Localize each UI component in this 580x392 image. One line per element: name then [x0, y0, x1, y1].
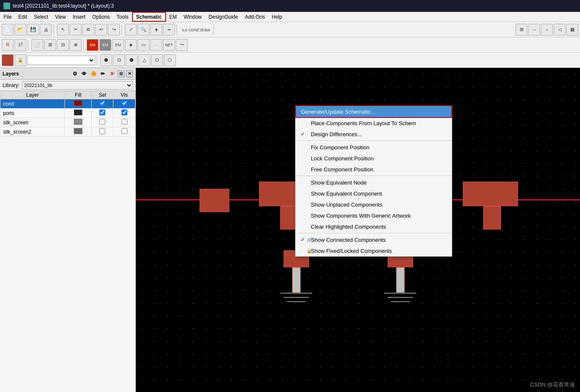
- line-5c: [287, 301, 306, 302]
- net-btn[interactable]: NET: [163, 39, 175, 51]
- layer-vis[interactable]: [113, 127, 135, 137]
- cut-btn[interactable]: ✂: [70, 24, 82, 36]
- tool-d[interactable]: △: [138, 54, 150, 66]
- fix-pos-label: Fix Component Position: [311, 144, 369, 151]
- open-btn[interactable]: 📂: [14, 24, 26, 36]
- layer-sel[interactable]: [91, 118, 113, 127]
- dropdown-show-fixed[interactable]: 🔒 Show Fixed/Locked Components: [296, 245, 452, 256]
- layers-edit-icon[interactable]: ✏: [99, 70, 107, 78]
- layer-sel[interactable]: [91, 99, 113, 109]
- app-icon: [3, 3, 10, 9]
- layers-del-icon[interactable]: ✕: [108, 70, 116, 78]
- pointer-btn[interactable]: ↖: [57, 24, 69, 36]
- menu-options[interactable]: Options: [89, 12, 113, 22]
- menu-tools[interactable]: Tools: [113, 12, 132, 22]
- show-equiv-comp-label: Show Equivalent Component: [311, 190, 382, 197]
- em-btn2[interactable]: EM: [99, 39, 111, 51]
- layer-vis[interactable]: [113, 99, 135, 109]
- dropdown-show-equiv-node[interactable]: Show Equivalent Node: [296, 177, 452, 188]
- circle-btn[interactable]: ○: [541, 24, 553, 36]
- dropdown-design-diff[interactable]: Design Differences...: [296, 129, 452, 140]
- layers-eye-icon[interactable]: 👁: [80, 70, 88, 78]
- menu-view[interactable]: View: [51, 12, 69, 22]
- dropdown-place[interactable]: Place Components From Layout To Schem: [296, 118, 452, 129]
- col-vis: Vis: [113, 91, 135, 99]
- layer-vis[interactable]: [113, 118, 135, 127]
- em-btn3[interactable]: EM: [112, 39, 124, 51]
- color-btn[interactable]: [2, 54, 14, 66]
- menu-window[interactable]: Window: [180, 12, 206, 22]
- zoom-out-btn[interactable]: −: [163, 24, 175, 36]
- wave-btn[interactable]: 〜: [176, 39, 188, 51]
- undo-btn[interactable]: ↩: [95, 24, 107, 36]
- comp-btn2[interactable]: ⊞: [44, 39, 56, 51]
- table-row[interactable]: ports: [0, 109, 135, 118]
- tool-f[interactable]: ⬡: [164, 54, 176, 66]
- canvas-area[interactable]: Generate/Update Schematic... Place Compo…: [136, 68, 580, 392]
- comp-btn3[interactable]: ⊟: [57, 39, 69, 51]
- layer-sel[interactable]: [91, 127, 113, 137]
- comp-btn4[interactable]: ⊕: [70, 39, 82, 51]
- dropdown-show-generic[interactable]: Show Components With Generic Artwork: [296, 210, 452, 221]
- num-btn[interactable]: 17: [14, 39, 26, 51]
- redo-btn[interactable]: ↪: [108, 24, 120, 36]
- save-btn[interactable]: 💾: [27, 24, 39, 36]
- layers-add-icon[interactable]: 🔶: [90, 70, 97, 78]
- layer-select[interactable]: [27, 56, 95, 65]
- rect-btn[interactable]: ▭: [138, 39, 149, 51]
- tool-a[interactable]: ⬢: [100, 54, 112, 66]
- menu-em[interactable]: EM: [166, 12, 180, 22]
- menu-addons[interactable]: Add-Ons: [242, 12, 268, 22]
- print-btn[interactable]: 🖨: [40, 24, 52, 36]
- menu-file[interactable]: File: [0, 12, 15, 22]
- table-row[interactable]: silk_screen: [0, 118, 135, 127]
- menu-edit[interactable]: Edit: [15, 12, 31, 22]
- em-btn1[interactable]: EM: [87, 39, 99, 51]
- panel-close-btn[interactable]: ✕: [126, 70, 133, 77]
- table-row[interactable]: cond: [0, 99, 135, 109]
- shape-btn[interactable]: ◈: [125, 39, 137, 51]
- arrow-right-btn[interactable]: →: [528, 24, 540, 36]
- menu-designguide[interactable]: DesignGuide: [205, 12, 241, 22]
- menu-schematic[interactable]: Schematic: [132, 12, 166, 22]
- dropdown-clear-highlighted[interactable]: Clear Highlighted Components: [296, 221, 452, 232]
- tool-b[interactable]: ⊡: [113, 54, 125, 66]
- new-btn[interactable]: 📄: [2, 24, 14, 36]
- layer-fill: [65, 127, 92, 137]
- dropdown-show-equiv-comp[interactable]: Show Equivalent Component: [296, 188, 452, 199]
- lock-btn[interactable]: 🔒: [14, 54, 26, 66]
- layers-icons: ⚙ 👁 🔶 ✏ ✕ ⊟ ✕: [71, 70, 133, 78]
- line-5b: [284, 297, 309, 298]
- grid-btn[interactable]: ▦: [566, 24, 578, 36]
- menu-select[interactable]: Select: [31, 12, 51, 22]
- r-btn[interactable]: R: [2, 39, 14, 51]
- dropdown-show-connected[interactable]: 🔗 Show Connected Components: [296, 234, 452, 245]
- back-btn[interactable]: ◁: [554, 24, 566, 36]
- dropdown-generate[interactable]: Generate/Update Schematic...: [296, 106, 451, 117]
- copy-btn[interactable]: ⧉: [82, 24, 94, 36]
- move-btn[interactable]: ⤢: [125, 24, 137, 36]
- dropdown-lock-pos[interactable]: Lock Component Position: [296, 153, 452, 164]
- tool-c[interactable]: ⬣: [126, 54, 138, 66]
- dropdown-fix-pos[interactable]: Fix Component Position: [296, 142, 452, 153]
- sep6: [83, 40, 85, 50]
- tool-e[interactable]: ⌬: [151, 54, 163, 66]
- menu-insert[interactable]: Insert: [69, 12, 89, 22]
- show-connected-label: Show Connected Components: [311, 237, 386, 243]
- layer-sel[interactable]: [91, 109, 113, 118]
- library-select[interactable]: 20221101_lib: [22, 81, 133, 90]
- layer-vis[interactable]: [113, 109, 135, 118]
- table-row[interactable]: silk_screen2: [0, 127, 135, 137]
- schematic-dropdown: Generate/Update Schematic... Place Compo…: [295, 105, 452, 257]
- dropdown-show-unplaced[interactable]: Show Unplaced Components: [296, 199, 452, 210]
- zoom-btn[interactable]: 🔍: [138, 24, 149, 36]
- layers-gear-icon[interactable]: ⚙: [71, 70, 79, 78]
- dot-btn[interactable]: ·: [150, 39, 162, 51]
- panel-detach-btn[interactable]: ⊟: [118, 70, 124, 77]
- snap-btn[interactable]: ⊞: [515, 24, 527, 36]
- zoom-in-btn[interactable]: +: [150, 24, 162, 36]
- comp-btn1[interactable]: ⬜: [31, 39, 43, 51]
- menu-help[interactable]: Help: [268, 12, 286, 22]
- dropdown-free-pos[interactable]: Free Component Position: [296, 164, 452, 175]
- component-1: [200, 189, 229, 212]
